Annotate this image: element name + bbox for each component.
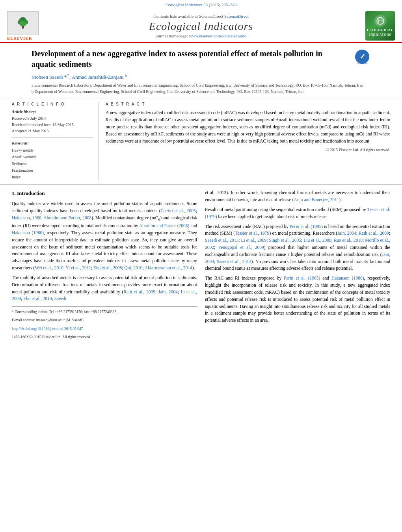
keywords-label: Keywords: [12,141,93,145]
ref-liu[interactable]: Liu et al., 2008 [303,238,331,243]
ref-aktar[interactable]: Aktaruzzaman et al., 2014 [145,265,192,270]
ref-venu[interactable]: Venugopal et al., 2009 [218,245,264,250]
footnote-block: * Corresponding author. Tel.: +98 217391… [12,306,197,340]
journal-doi-bar: Ecological Indicators 58 (2015) 235–243 [0,0,402,8]
svg-text:CrossMark: CrossMark [357,62,367,64]
ref-anju[interactable]: Anju and Banerjee, 2011 [294,197,339,202]
article-title: Development of a new aggregative index t… [32,48,347,70]
intro-right-para-3: The risk assessment code (RAC) proposed … [205,223,390,272]
ref-abrahim2[interactable]: Abrahim and Parker (2008) [139,223,189,228]
article-info-column: A R T I C L E I N F O Article history: R… [12,102,99,180]
homepage-label: journal homepage: [156,33,188,38]
ref-hakanson[interactable]: Hakanson, 1980 [12,215,41,220]
body-left-column: 1. Introduction Quality indexes are wide… [12,189,197,343]
ecological-indicators-badge: ECOLOGICAL INDICATORS [365,11,395,41]
ref-rath[interactable]: Rath et al., 2009 [123,289,155,294]
keyword-2: Anzali wetland [12,154,93,160]
journal-title-block: Contents lists available at ScienceDirec… [43,14,359,38]
journal-header: ELSEVIER Contents lists available at Sci… [0,8,402,43]
journal-badge-area: ECOLOGICAL INDICATORS [359,11,395,41]
journal-title: Ecological Indicators [43,20,359,33]
accepted-date: Accepted 21 May 2015 [12,128,93,134]
affiliation-a: a Environmental Research Laboratory, Dep… [32,83,370,88]
intro-para-1: Quality indexes are widely used to asses… [12,200,197,271]
ref-tessier2[interactable]: Tessier et al., 1979 [235,231,269,235]
copyright-notice: © 2015 Elsevier Ltd. All rights reserved… [106,148,390,152]
ref-hakanson2[interactable]: Hakanson (1980) [12,230,44,235]
keyword-1: Heavy metals [12,147,93,154]
ref-perin2[interactable]: Perin et al. (1985) [284,276,320,280]
article-history-label: Article history: [12,109,93,114]
ref-zhu[interactable]: Zhu et al., 2008 [93,265,122,270]
badge-title: ECOLOGICAL [367,28,393,32]
badge-indicators: INDICATORS [369,33,391,37]
ref-saeedi[interactable]: Saeedi [54,296,67,301]
authors-line: Mohsen Saeedi a,*, Ahmad Jamshidi-Zanjan… [32,73,370,80]
journal-homepage-line: journal homepage: www.elsevier.com/locat… [43,33,359,38]
ref-rao[interactable]: Rao et al., 2010 [334,238,363,243]
keyword-5: Index [12,174,93,180]
intro-heading: 1. Introduction [12,189,197,197]
sciencedirect-link[interactable]: ScienceDirect [224,14,249,19]
ref-li2[interactable]: Li et al., 2009 [241,238,266,243]
ref-qui[interactable]: Qui, 2010 [124,265,142,270]
contents-available-line: Contents lists available at ScienceDirec… [43,14,359,19]
elsevier-logo: ELSEVIER [7,11,43,41]
article-dates: Received 8 July 2014 Received in revised… [12,115,93,138]
received-date: Received 8 July 2014 [12,115,93,122]
ref-saeedi3[interactable]: Saeedi et al., 2013 [217,259,251,264]
ref-yi[interactable]: Yi et al., 2011 [65,265,91,270]
revised-date: Received in revised form 18 May 2015 [12,122,93,128]
intro-para-2: The mobility of adsorbed metals is neces… [12,274,197,302]
ref-saeedi2[interactable]: Saeedi et al., 2013 [205,238,238,243]
keywords-list: Heavy metals Anzali wetland Sediment Fra… [12,147,93,180]
article-info-label: A R T I C L E I N F O [12,102,93,106]
footnote-issn: 1470-160X/© 2015 Elsevier Ltd. All right… [12,334,197,340]
ref-jain[interactable]: Jain, 2004 [158,289,178,294]
affiliations-block: a Environmental Research Laboratory, Dep… [32,83,370,95]
ref-singh[interactable]: Singh et al., 2005 [269,238,301,243]
article-header: Development of a new aggregative index t… [0,43,402,98]
abstract-paragraph: A new aggregative index called modified … [106,109,390,145]
ref-caeiro[interactable]: Caeiro et al., 2005 [161,208,196,213]
elsevier-wordmark: ELSEVIER [7,36,32,41]
body-right-column: et al., 2013). In other words, knowing c… [205,189,390,343]
intro-right-para-2: Results of metal partitioning using the … [205,206,390,221]
info-abstract-section: A R T I C L E I N F O Article history: R… [0,98,402,185]
crossmark-icon: ✓ CrossMark [354,49,370,65]
homepage-url[interactable]: www.elsevier.com/locate/ecolind [189,33,247,38]
badge-circle-icon [374,15,386,27]
author-names: Mohsen Saeedi a,*, Ahmad Jamshidi-Zanjan… [32,74,127,80]
svg-rect-4 [22,26,24,29]
ref-wei[interactable]: Wei et al., 2010 [35,265,63,270]
elsevier-logo-box [7,11,39,35]
ref-jain2[interactable]: Jain, 2004 [337,231,356,235]
footnote-star: * Corresponding author. Tel.: +98 217391… [12,309,197,315]
article-title-row: Development of a new aggregative index t… [32,48,370,70]
footnote-email: E-mail address: msaeedi@iust.ac.ir (M. S… [12,317,197,323]
intro-right-para-4: The RAC and RI indexes proposed by Perin… [205,275,390,324]
crossmark-badge[interactable]: ✓ CrossMark [354,48,370,65]
footnote-doi[interactable]: http://dx.doi.org/10.1016/j.ecolind.2015… [12,326,197,332]
contents-label: Contents lists available at ScienceDirec… [153,14,223,19]
affiliation-b: b Department of Water and Environmental … [32,89,370,95]
ref-abrahim[interactable]: Abrahim and Parker, 2008 [43,215,91,220]
ref-tessier[interactable]: Tessier et al. (1979) [205,207,390,219]
ref-perin[interactable]: Perin et al. (1985) [290,224,323,229]
abstract-column: A B S T R A C T A new aggregative index … [106,102,390,180]
ref-rath2[interactable]: Rath et al., 2009 [359,231,389,235]
elsevier-tree-icon [15,16,31,30]
keyword-4: Fractionation [12,167,93,174]
body-section: 1. Introduction Quality indexes are wide… [0,185,402,347]
ref-hakanson3[interactable]: Hakanson (1980) [331,276,364,280]
doi-text: Ecological Indicators 58 (2015) 235–243 [166,2,237,7]
abstract-section-label: A B S T R A C T [106,102,390,106]
ref-zhu2[interactable]: Zhu et al., 2010 [23,296,52,301]
abstract-body: A new aggregative index called modified … [106,109,390,145]
keyword-3: Sediment [12,160,93,167]
svg-text:✓: ✓ [359,53,365,61]
intro-right-para-1: et al., 2013). In other words, knowing c… [205,189,390,204]
svg-point-3 [19,21,26,26]
